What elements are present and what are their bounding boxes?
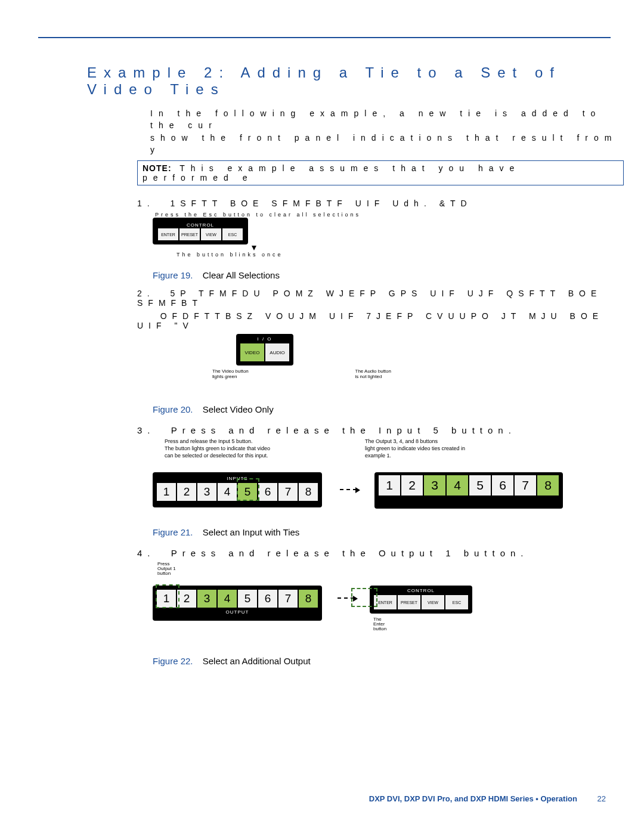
ctrl-view[interactable]: VIEW xyxy=(421,594,445,610)
figure-22-caption: Figure 22. Select an Additional Output xyxy=(153,656,624,666)
step-2b: OFDFTTBSZ VOUJM UIF 7JEFP CVUUPO JT MJU … xyxy=(137,311,624,330)
ctrl-preset[interactable]: PRESET xyxy=(397,594,421,610)
out-1[interactable]: 1 xyxy=(378,475,401,496)
output-8[interactable]: 8 xyxy=(298,589,318,608)
note-text: This example assumes that you have perfo… xyxy=(143,163,520,182)
input-7[interactable]: 7 xyxy=(278,482,298,501)
io-notes: The Video button lights green The Audio … xyxy=(212,369,391,380)
output-3[interactable]: 3 xyxy=(197,589,217,608)
video-button[interactable]: VIDEO xyxy=(240,343,265,362)
audio-button[interactable]: AUDIO xyxy=(265,343,290,362)
step-1-num: 1. xyxy=(137,199,155,208)
callout-left: Press and release the Input 5 button. Th… xyxy=(165,439,270,460)
output-1[interactable]: 1 xyxy=(156,589,177,608)
note-c: button xyxy=(373,627,472,631)
note-box: NOTE: This example assumes that you have… xyxy=(137,160,624,185)
section-title: Example 2: Adding a Tie to a Set of Vide… xyxy=(87,64,624,98)
callout-left-a: Press and release the Input 5 button. xyxy=(165,439,270,445)
mini-3: button xyxy=(157,571,176,576)
figure-19-text: Clear All Selections xyxy=(203,270,280,280)
out-6[interactable]: 6 xyxy=(491,475,514,496)
figure-19-num: Figure 19. xyxy=(153,270,193,280)
step-3-num: 3. xyxy=(137,425,156,435)
intro-line-2: show the front panel indications that re… xyxy=(150,132,624,156)
input-5[interactable]: 5 xyxy=(237,482,258,501)
dashed-arrow-icon xyxy=(340,489,357,490)
input-8[interactable]: 8 xyxy=(298,482,318,501)
io-panel: I / O VIDEO AUDIO xyxy=(236,334,293,366)
step-4-num: 4. xyxy=(137,548,156,558)
figure-19-caption: Figure 19. Clear All Selections xyxy=(153,270,624,280)
out-8[interactable]: 8 xyxy=(537,475,559,496)
out-7[interactable]: 7 xyxy=(514,475,537,496)
page-content: Example 2: Adding a Tie to a Set of Vide… xyxy=(87,64,624,666)
step-4: 4. Press and release the Output 1 button… xyxy=(137,548,624,558)
ctrl-esc[interactable]: ESC xyxy=(445,594,469,610)
figure-20-text: Select Video Only xyxy=(203,404,274,414)
top-rule xyxy=(38,37,611,38)
input-3[interactable]: 3 xyxy=(197,482,217,501)
step-2-num: 2. xyxy=(137,289,155,298)
ctrl-enter[interactable]: ENTER xyxy=(373,594,397,610)
io-note-video-b: lights green xyxy=(212,374,249,380)
input-4[interactable]: 4 xyxy=(217,482,237,501)
out-5[interactable]: 5 xyxy=(469,475,491,496)
figure-22-num: Figure 22. xyxy=(153,656,193,666)
callout-right-a: The Output 3, 4, and 8 buttons xyxy=(365,439,465,445)
io-note-video: The Video button lights green xyxy=(212,369,249,380)
output-strip: 1 2 3 4 5 6 7 8 OUTPUT xyxy=(153,586,322,621)
output-5[interactable]: 5 xyxy=(237,589,258,608)
view-button[interactable]: VIEW xyxy=(200,228,222,241)
control-panel-2-title: CONTROL xyxy=(373,588,469,593)
control-panel: CONTROL ENTER PRESET VIEW ESC xyxy=(153,218,248,244)
figure-20-diagram: I / O VIDEO AUDIO The Video button light… xyxy=(153,334,624,400)
figure-21-text: Select an Input with Ties xyxy=(203,527,300,537)
callout-right: The Output 3, 4, and 8 buttons light gre… xyxy=(365,439,465,460)
figure-21-diagram: Press and release the Input 5 button. Th… xyxy=(153,439,624,522)
control-panel-title: CONTROL xyxy=(157,222,243,228)
callout-left-b: The button lights green to indicate that… xyxy=(165,446,270,452)
output-strip-label: OUTPUT xyxy=(156,609,318,615)
press-esc-annot: Press the Esc button to clear all select… xyxy=(155,212,624,218)
output-4[interactable]: 4 xyxy=(217,589,237,608)
figure-22-text: Select an Additional Output xyxy=(203,656,311,666)
input-6[interactable]: 6 xyxy=(258,482,278,501)
io-note-audio-b: is not lighted xyxy=(355,374,392,380)
step-4-text: Press and release the Output 1 button. xyxy=(171,548,529,558)
callout-right-c: example 1. xyxy=(365,453,465,459)
step-1-text: 1SFTT BOE SFMFBTF UIF Udh. &TD xyxy=(170,199,472,208)
step4-mini-callout: Press Output 1 button xyxy=(157,562,176,576)
blinks-once-annot: The button blinks once xyxy=(177,252,283,258)
page-footer: DXP DVI, DXP DVI Pro, and DXP HDMI Serie… xyxy=(369,794,606,803)
arrow-down-icon xyxy=(252,246,256,250)
footer-title: DXP DVI, DXP DVI Pro, and DXP HDMI Serie… xyxy=(369,794,577,803)
step-2-line1: 5P TFMFDU POMZ WJEFP GPS UIF UJF QSFTT B… xyxy=(137,289,602,308)
intro-line-1: In the following example, a new tie is a… xyxy=(150,107,624,132)
input-2[interactable]: 2 xyxy=(177,482,197,501)
figure-21-num: Figure 21. xyxy=(153,527,193,537)
output-6[interactable]: 6 xyxy=(258,589,278,608)
input-strip-title: INPUTS xyxy=(156,476,318,481)
step-3-text: Press and release the Input 5 button. xyxy=(171,425,516,435)
note-a: The xyxy=(373,617,472,622)
control-panel-2: CONTROL ENTER PRESET VIEW ESC xyxy=(370,586,472,614)
dashed-arrow-2-icon xyxy=(338,597,354,599)
out-3[interactable]: 3 xyxy=(423,475,446,496)
figure-19-diagram: Press the Esc button to clear all select… xyxy=(153,212,624,265)
input-1[interactable]: 1 xyxy=(156,482,177,501)
figure-20-caption: Figure 20. Select Video Only xyxy=(153,404,624,414)
out-4[interactable]: 4 xyxy=(446,475,469,496)
esc-button[interactable]: ESC xyxy=(222,228,243,241)
io-note-audio: The Audio button is not lighted xyxy=(355,369,392,380)
callout-left-c: can be selected or deselected for this i… xyxy=(165,453,270,459)
output-7[interactable]: 7 xyxy=(278,589,298,608)
output-2[interactable]: 2 xyxy=(177,589,197,608)
figure-20-num: Figure 20. xyxy=(153,404,193,414)
callout-right-b: light green to indicate video ties creat… xyxy=(365,446,465,452)
out-2[interactable]: 2 xyxy=(401,475,423,496)
preset-button[interactable]: PRESET xyxy=(179,228,200,241)
step-2: 2. 5P TFMFDU POMZ WJEFP GPS UIF UJF QSFT… xyxy=(137,289,624,308)
figure-21-caption: Figure 21. Select an Input with Ties xyxy=(153,527,624,537)
page-number: 22 xyxy=(597,794,606,803)
enter-button[interactable]: ENTER xyxy=(157,228,179,241)
